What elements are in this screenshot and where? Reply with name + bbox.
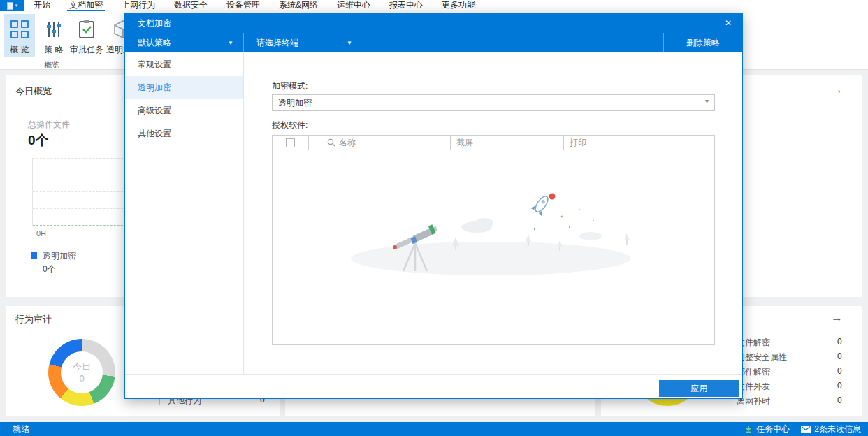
- chevron-down-icon: ▼: [347, 40, 352, 46]
- menu-item-start[interactable]: 开始: [34, 0, 50, 11]
- chevron-down-icon: ▼: [228, 40, 233, 46]
- stat-label: 总操作文件: [28, 119, 70, 131]
- menu-item-more-features[interactable]: 更多功能: [442, 0, 475, 11]
- menu-item-internet-behavior[interactable]: 上网行为: [122, 0, 155, 11]
- panel-detail-arrow[interactable]: →: [831, 83, 843, 97]
- grid-icon: [10, 20, 29, 38]
- download-icon: [744, 425, 753, 433]
- sidebar-item-other-settings[interactable]: 其他设置: [125, 122, 243, 145]
- empty-state-illustration: [347, 189, 641, 276]
- panel-title: 行为审计: [15, 313, 52, 326]
- select-all-checkbox[interactable]: [286, 138, 295, 147]
- legend-swatch: [31, 252, 37, 259]
- donut-center-label: 今日: [73, 361, 91, 372]
- dialog-footer: 应用: [125, 374, 742, 398]
- ribbon-button-approval-tasks[interactable]: 审批任务: [70, 14, 103, 57]
- column-header-name: 名称: [339, 137, 356, 149]
- panel-detail-arrow[interactable]: →: [831, 311, 843, 325]
- encryption-mode-select[interactable]: 透明加密 ▾: [272, 94, 715, 111]
- delete-policy-button[interactable]: 删除策略: [663, 33, 742, 52]
- close-button[interactable]: ✕: [718, 13, 738, 33]
- policy-dropdown-value: 默认策略: [138, 33, 171, 52]
- column-header-screenshot: 截屏: [451, 136, 564, 150]
- dialog-titlebar: 文档加密 ✕: [125, 13, 742, 33]
- list-item-value: 0: [837, 381, 842, 391]
- menu-item-data-security[interactable]: 数据安全: [174, 0, 208, 11]
- document-encryption-dialog: 文档加密 ✕ 默认策略 ▼ 请选择终端 ▼ 删除策略 常规设置 透明加密 高级设…: [124, 13, 743, 399]
- list-item-value: 0: [837, 395, 842, 405]
- status-bar: 就绪 任务中心 2条未读信息: [0, 422, 868, 436]
- app-menu-button[interactable]: ▾: [0, 0, 24, 11]
- list-item-value: 0: [837, 366, 842, 376]
- menu-item-doc-encryption[interactable]: 文档加密: [69, 0, 103, 11]
- app-window: ▾ 开始 文档加密 上网行为 数据安全 设备管理 系统&网络 运维中心 报表中心…: [0, 0, 868, 436]
- chevron-down-icon: ▾: [15, 3, 18, 8]
- task-center-button[interactable]: 任务中心: [744, 423, 790, 435]
- encryption-mode-label: 加密模式:: [272, 80, 308, 92]
- policy-dropdown[interactable]: 默认策略 ▼: [125, 33, 243, 52]
- sidebar-item-transparent-encryption[interactable]: 透明加密: [125, 76, 243, 99]
- main-menu: 开始 文档加密 上网行为 数据安全 设备管理 系统&网络 运维中心 报表中心 更…: [34, 0, 475, 11]
- list-item-value: 0: [837, 337, 842, 347]
- sliders-icon: [45, 20, 63, 38]
- envelope-icon: [801, 426, 811, 433]
- terminal-dropdown-value: 请选择终端: [256, 33, 298, 52]
- unread-messages-label: 2条未读信息: [814, 423, 861, 435]
- chevron-down-icon: ▾: [705, 97, 709, 105]
- list-item-label: 调整安全属性: [737, 351, 787, 363]
- legend-label: 透明加密: [43, 250, 76, 262]
- donut-center-value: 0: [79, 372, 84, 384]
- task-center-label: 任务中心: [756, 423, 790, 435]
- ribbon-button-label: 概 览: [10, 44, 29, 56]
- sidebar-item-general-settings[interactable]: 常规设置: [125, 53, 243, 76]
- stat-value: 0个: [28, 131, 49, 150]
- apply-button[interactable]: 应用: [659, 380, 739, 397]
- ribbon-separator: [103, 14, 103, 68]
- dialog-toolbar: 默认策略 ▼ 请选择终端 ▼ 删除策略: [125, 33, 742, 52]
- panel-title: 今日概览: [15, 85, 52, 98]
- clipboard-check-icon: [78, 20, 96, 39]
- column-header-print: 打印: [564, 136, 714, 150]
- authorized-software-table: 名称 截屏 打印: [272, 135, 715, 345]
- search-icon[interactable]: [327, 138, 335, 147]
- x-axis-label: 0H: [36, 229, 46, 238]
- sidebar-item-advanced-settings[interactable]: 高级设置: [125, 99, 243, 122]
- ribbon-group-label: 概览: [3, 60, 101, 71]
- table-header-spacer: [309, 136, 321, 150]
- audit-donut-chart: 今日 0: [48, 339, 115, 406]
- menu-item-device-management[interactable]: 设备管理: [226, 0, 260, 11]
- dialog-title: 文档加密: [138, 13, 171, 33]
- ribbon-button-label: 审批任务: [70, 44, 103, 56]
- sidebar-divider: [243, 52, 244, 374]
- menu-item-report-center[interactable]: 报表中心: [389, 0, 423, 11]
- status-ready-text: 就绪: [13, 423, 29, 435]
- table-header-row: 名称 截屏 打印: [273, 136, 714, 150]
- unread-messages-button[interactable]: 2条未读信息: [801, 423, 861, 435]
- app-logo-icon: [7, 2, 13, 10]
- encryption-mode-value: 透明加密: [278, 95, 312, 110]
- list-item-value: 0: [837, 351, 842, 361]
- legend-value: 0个: [43, 263, 56, 275]
- menu-item-system-network[interactable]: 系统&网络: [279, 0, 318, 11]
- close-icon: ✕: [725, 18, 732, 28]
- menu-item-ops-center[interactable]: 运维中心: [337, 0, 370, 11]
- menu-bar: ▾ 开始 文档加密 上网行为 数据安全 设备管理 系统&网络 运维中心 报表中心…: [0, 0, 868, 11]
- ribbon-button-overview[interactable]: 概 览: [4, 14, 35, 57]
- ribbon-button-label: 策 略: [44, 44, 63, 56]
- terminal-dropdown[interactable]: 请选择终端 ▼: [243, 33, 362, 52]
- authorized-software-label: 授权软件:: [272, 119, 308, 131]
- ribbon-button-policy[interactable]: 策 略: [39, 14, 68, 57]
